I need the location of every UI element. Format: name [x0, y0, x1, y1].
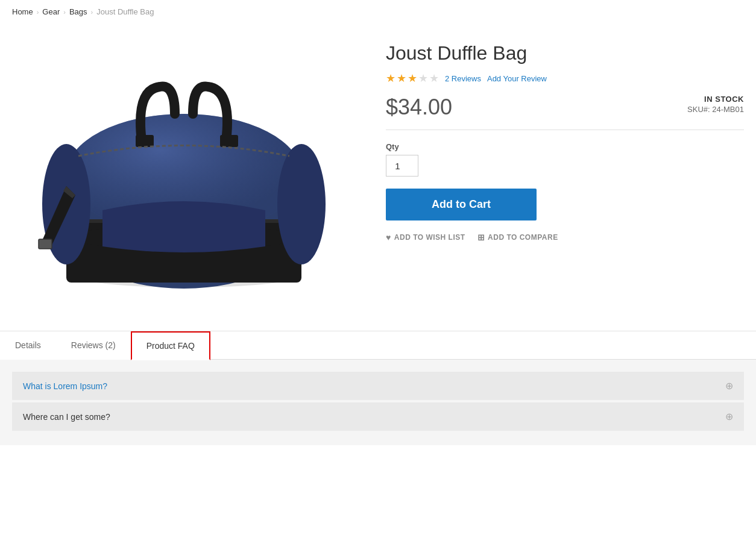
svg-rect-11	[136, 135, 154, 147]
star-4: ★	[418, 72, 428, 85]
star-5: ★	[429, 72, 439, 85]
svg-rect-13	[39, 239, 52, 249]
product-price: $34.00	[386, 95, 452, 120]
svg-point-10	[277, 144, 326, 264]
compare-icon: ⊞	[477, 233, 485, 242]
faq-item-2[interactable]: Where can I get some? ⊕	[12, 402, 744, 431]
rating-row: ★ ★ ★ ★ ★ 2 Reviews Add Your Review	[386, 72, 744, 85]
product-info: Joust Duffle Bag ★ ★ ★ ★ ★ 2 Reviews Add…	[386, 36, 744, 295]
product-image-section	[12, 36, 362, 295]
sku-value: 24-MB01	[712, 105, 744, 114]
breadcrumb-sep-2: ›	[63, 8, 66, 16]
faq-question-1: What is Lorem Ipsum?	[23, 381, 107, 391]
breadcrumb: Home › Gear › Bags › Joust Duffle Bag	[0, 0, 756, 23]
add-to-wishlist-link[interactable]: ♥ ADD TO WISH LIST	[386, 233, 465, 242]
qty-input[interactable]	[386, 155, 418, 177]
stock-status: IN STOCK	[687, 95, 744, 104]
compare-label: ADD TO COMPARE	[488, 233, 558, 242]
breadcrumb-sep-3: ›	[91, 8, 93, 16]
tab-content-faq: What is Lorem Ipsum? ⊕ Where can I get s…	[0, 360, 756, 445]
breadcrumb-home[interactable]: Home	[12, 7, 33, 16]
price-row: $34.00 IN STOCK SKU#: 24-MB01	[386, 95, 744, 130]
reviews-link[interactable]: 2 Reviews	[445, 74, 481, 83]
qty-section: Qty	[386, 142, 744, 177]
stock-info: IN STOCK SKU#: 24-MB01	[687, 95, 744, 114]
faq-expand-icon-2: ⊕	[725, 411, 733, 422]
product-page: Joust Duffle Bag ★ ★ ★ ★ ★ 2 Reviews Add…	[0, 23, 756, 319]
add-to-compare-link[interactable]: ⊞ ADD TO COMPARE	[477, 233, 558, 242]
sku-label: SKU#:	[687, 105, 710, 114]
faq-item-1[interactable]: What is Lorem Ipsum? ⊕	[12, 372, 744, 400]
faq-question-2: Where can I get some?	[23, 412, 110, 422]
add-review-link[interactable]: Add Your Review	[487, 74, 547, 83]
tab-reviews[interactable]: Reviews (2)	[56, 331, 131, 360]
wishlist-compare-row: ♥ ADD TO WISH LIST ⊞ ADD TO COMPARE	[386, 233, 744, 242]
tab-faq[interactable]: Product FAQ	[131, 331, 210, 360]
breadcrumb-sep-1: ›	[37, 8, 39, 16]
star-rating: ★ ★ ★ ★ ★	[386, 72, 439, 85]
wish-list-label: ADD TO WISH LIST	[394, 233, 465, 242]
svg-rect-12	[220, 135, 238, 147]
sku: SKU#: 24-MB01	[687, 105, 744, 114]
star-1: ★	[386, 72, 395, 85]
qty-label: Qty	[386, 142, 744, 151]
breadcrumb-bags[interactable]: Bags	[69, 7, 87, 16]
tabs-section: Details Reviews (2) Product FAQ What is …	[0, 331, 756, 445]
breadcrumb-current: Joust Duffle Bag	[96, 7, 154, 16]
faq-expand-icon-1: ⊕	[725, 380, 733, 392]
product-title: Joust Duffle Bag	[386, 42, 744, 64]
product-image	[30, 42, 344, 295]
star-3: ★	[408, 72, 417, 85]
star-2: ★	[397, 72, 406, 85]
heart-icon: ♥	[386, 233, 391, 242]
tab-details[interactable]: Details	[0, 331, 56, 360]
tabs-nav: Details Reviews (2) Product FAQ	[0, 331, 756, 360]
add-to-cart-button[interactable]: Add to Cart	[386, 189, 537, 220]
breadcrumb-gear[interactable]: Gear	[42, 7, 60, 16]
